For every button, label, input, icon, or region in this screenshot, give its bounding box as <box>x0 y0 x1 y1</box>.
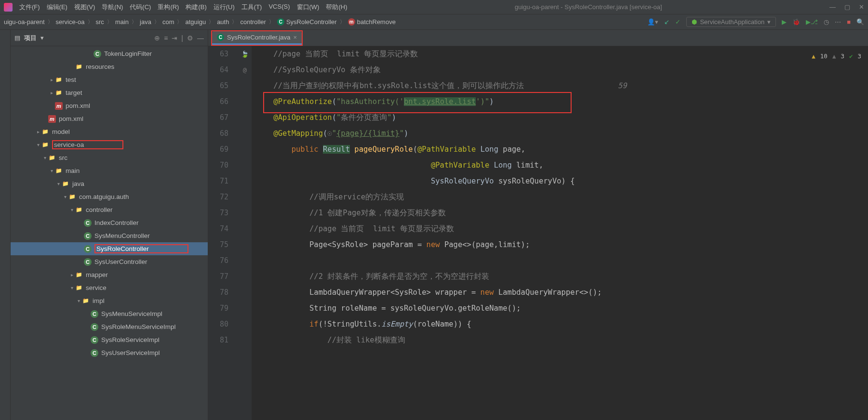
inspections-summary[interactable]: ▲10 ▲3 ✔3 <box>812 48 861 64</box>
tree-row[interactable]: ▸📁test <box>11 73 208 86</box>
code-line[interactable]: //page 当前页 limit 每页显示记录数 <box>255 46 868 62</box>
menu-item[interactable]: VCS(S) <box>268 3 290 12</box>
menu-item[interactable]: 构建(B) <box>186 3 206 12</box>
line-number[interactable]: 69 <box>208 142 228 158</box>
tree-row[interactable]: CSysRoleMenuServiceImpl <box>11 320 208 333</box>
code-line[interactable]: SysRoleQueryVo sysRoleQueryVo) { <box>255 173 868 189</box>
tree-arrow-icon[interactable]: ▾ <box>55 181 62 186</box>
menu-item[interactable]: 视图(V) <box>74 3 95 12</box>
code-line[interactable] <box>255 253 868 269</box>
tree-row[interactable]: ▾📁main <box>11 164 208 177</box>
tree-row[interactable]: 📁resources <box>11 60 208 73</box>
menu-item[interactable]: 工具(T) <box>241 3 262 12</box>
stop-icon[interactable]: ■ <box>847 18 851 26</box>
breadcrumb-item[interactable]: CSysRoleController <box>277 18 337 26</box>
tool-window-stripe[interactable] <box>0 30 11 420</box>
tree-arrow-icon[interactable]: ▾ <box>68 285 75 290</box>
breadcrumb-item[interactable]: main <box>115 18 129 26</box>
chevron-down-icon[interactable]: ▾ <box>40 34 44 41</box>
tree-arrow-icon[interactable]: ▾ <box>62 194 68 199</box>
breadcrumb-item[interactable]: com <box>162 18 174 26</box>
line-number[interactable]: 65 <box>208 78 228 94</box>
line-number[interactable]: 71 <box>208 173 228 189</box>
tree-arrow-icon[interactable]: ▾ <box>48 168 55 173</box>
code-line[interactable]: //封装 like模糊查询 <box>255 332 868 348</box>
tree-row[interactable]: ▸📁model <box>11 125 208 138</box>
tree-row[interactable]: CSysRoleServiceImpl <box>11 333 208 346</box>
debug-icon[interactable]: 🐞 <box>792 18 800 26</box>
line-gutter[interactable]: 63646566676869707172737475767778798081 <box>208 46 238 420</box>
menu-item[interactable]: 帮助(H) <box>326 3 347 12</box>
editor-tab[interactable]: C SysRoleController.java × <box>212 31 302 45</box>
tree-row[interactable]: CSysUserController <box>11 255 208 268</box>
collapse-icon[interactable]: ⇥ <box>172 34 177 42</box>
breadcrumb-item[interactable]: src <box>96 18 104 26</box>
maximize-icon[interactable]: ▢ <box>844 3 850 11</box>
tree-row[interactable]: ▾📁service <box>11 281 208 294</box>
close-tab-icon[interactable]: × <box>294 34 297 41</box>
menu-item[interactable]: 编辑(E) <box>47 3 67 12</box>
gutter-icon[interactable]: 🍃 @ <box>238 46 252 78</box>
breadcrumb-item[interactable]: atguigu <box>185 18 206 26</box>
code-line[interactable]: //SysRoleQueryVo 条件对象 <box>255 62 868 78</box>
code-line[interactable]: public Result pageQueryRole(@PathVariabl… <box>255 142 868 158</box>
tree-row[interactable]: mpom.xml <box>11 99 208 112</box>
gear-icon[interactable]: ⚙ <box>187 34 193 42</box>
vcs-update-icon[interactable]: ↙ <box>664 18 669 26</box>
code[interactable]: ▲10 ▲3 ✔3 //page 当前页 limit 每页显示记录数 //Sys… <box>252 46 868 420</box>
code-line[interactable]: @PathVariable Long limit, <box>255 158 868 173</box>
line-number[interactable]: 70 <box>208 158 228 173</box>
locate-icon[interactable]: ⊕ <box>154 34 160 42</box>
user-icon[interactable]: 👤▾ <box>647 18 658 26</box>
tree-row[interactable]: ▸📁target <box>11 86 208 99</box>
breadcrumb-item[interactable]: mbatchRemove <box>348 18 396 26</box>
attach-icon[interactable]: ⋯ <box>835 18 841 26</box>
tree-arrow-icon[interactable]: ▸ <box>35 129 41 134</box>
close-icon[interactable]: ✕ <box>859 3 864 11</box>
search-icon[interactable]: 🔍 <box>856 18 864 26</box>
code-line[interactable]: String roleName = sysRoleQueryVo.getRole… <box>255 301 868 316</box>
tree-row[interactable]: mpom.xml <box>11 112 208 125</box>
tree-row[interactable]: CIndexController <box>11 216 208 229</box>
line-number[interactable]: 79 <box>208 301 228 316</box>
line-number[interactable]: 73 <box>208 205 228 221</box>
line-number[interactable]: 68 <box>208 126 228 142</box>
expand-icon[interactable]: ≡ <box>164 34 168 42</box>
code-line[interactable]: LambdaQueryWrapper<SysRole> wrapper = ne… <box>255 285 868 301</box>
menu-item[interactable]: 文件(F) <box>19 3 40 12</box>
menu-item[interactable]: 重构(R) <box>158 3 179 12</box>
line-number[interactable]: 76 <box>208 253 228 269</box>
tree-row[interactable]: ▸📁mapper <box>11 268 208 281</box>
tree-row[interactable]: ▾📁com.atguigu.auth <box>11 190 208 203</box>
line-number[interactable]: 66 <box>208 94 228 110</box>
code-line[interactable]: //page 当前页 limit 每页显示记录数 <box>255 221 868 237</box>
line-number[interactable]: 81 <box>208 332 228 348</box>
coverage-icon[interactable]: ▶⎇ <box>806 18 818 26</box>
code-line[interactable]: //2 封装条件，判断条件是否为空，不为空进行封装 <box>255 269 868 285</box>
code-line[interactable]: //调用service的方法实现 <box>255 189 868 205</box>
breadcrumb-item[interactable]: controller <box>240 18 266 26</box>
tree-arrow-icon[interactable]: ▾ <box>75 298 82 303</box>
tree-row[interactable]: CSysMenuServiceImpl <box>11 307 208 320</box>
run-config-selector[interactable]: ⬢ ServiceAuthApplication ▾ <box>686 17 776 27</box>
line-number[interactable]: 78 <box>208 285 228 301</box>
code-line[interactable]: //1 创建Page对象，传递分页相关参数 <box>255 205 868 221</box>
breadcrumb-item[interactable]: uigu-oa-parent <box>4 18 45 26</box>
run-icon[interactable]: ▶ <box>782 18 787 26</box>
menu-item[interactable]: 导航(N) <box>102 3 123 12</box>
tree-row[interactable]: ▾📁src <box>11 151 208 164</box>
tree-row[interactable]: ▾📁controller <box>11 203 208 216</box>
line-number[interactable]: 74 <box>208 221 228 237</box>
code-line[interactable]: if(!StringUtils.isEmpty(roleName)) { <box>255 316 868 332</box>
tree-row[interactable]: ▾📁java <box>11 177 208 190</box>
menu-item[interactable]: 代码(C) <box>130 3 151 12</box>
tree-arrow-icon[interactable]: ▾ <box>41 155 48 160</box>
line-number[interactable]: 67 <box>208 110 228 126</box>
line-number[interactable]: 63 <box>208 46 228 62</box>
hide-icon[interactable]: — <box>197 34 204 42</box>
menu-item[interactable]: 运行(U) <box>214 3 235 12</box>
vcs-commit-icon[interactable]: ✓ <box>675 18 681 26</box>
profile-icon[interactable]: ◷ <box>824 18 829 26</box>
tree-row[interactable]: CTokenLoginFilter <box>11 47 208 60</box>
line-number[interactable]: 77 <box>208 269 228 285</box>
